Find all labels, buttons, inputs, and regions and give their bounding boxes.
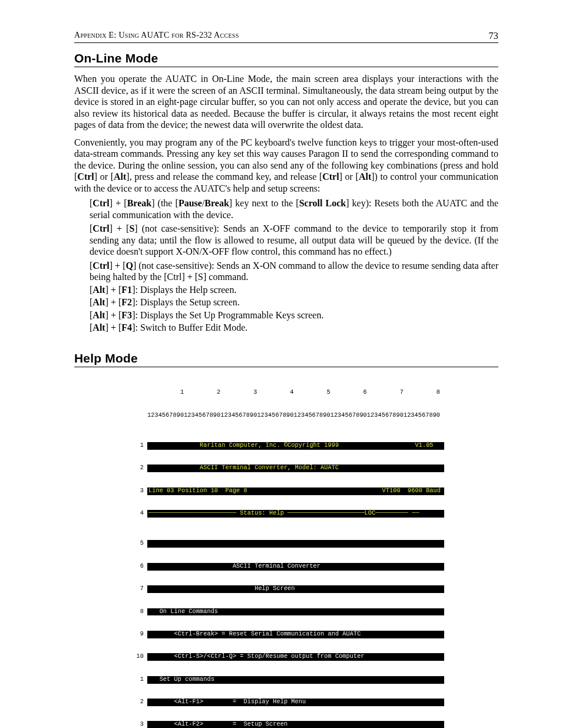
page-header: Appendix E: Using AUATC for RS-232 Acces…: [74, 31, 498, 42]
figure-65: 1 2 3 4 5 6 7 8 123456789012345678901234…: [128, 374, 444, 728]
heading-online-mode: On-Line Mode: [74, 51, 498, 67]
terminal-help-screen: 1 2 3 4 5 6 7 8 123456789012345678901234…: [128, 374, 444, 728]
para-online-1: When you operate the AUATC in On-Line Mo…: [74, 73, 498, 131]
key-combo-alt-f1: [Alt] + [F1]: Displays the Help screen.: [90, 284, 498, 296]
key-combo-alt-f2: [Alt] + [F2]: Displays the Setup screen.: [90, 297, 498, 308]
document-page: Appendix E: Using AUATC for RS-232 Acces…: [0, 0, 562, 728]
header-page-number: 73: [488, 31, 498, 41]
header-rule: [74, 42, 498, 43]
key-combo-alt-f4: [Alt] + [F4]: Switch to Buffer Edit Mode…: [90, 322, 498, 334]
key-combo-alt-f3: [Alt] + [F3]: Displays the Set Up Progra…: [90, 309, 498, 321]
key-combo-ctrl-break: [Ctrl] + [Break] (the [Pause/Break] key …: [90, 197, 498, 220]
header-label: Appendix E: Using AUATC for RS-232 Acces…: [74, 31, 239, 41]
para-online-2: Conveniently, you may program any of the…: [74, 137, 498, 195]
key-combo-ctrl-s: [Ctrl] + [S] (not case-sensitive): Sends…: [90, 223, 498, 258]
key-combo-ctrl-q: [Ctrl] + [Q] (not case-sensitive): Sends…: [90, 260, 498, 283]
heading-help-mode: Help Mode: [74, 351, 498, 367]
key-combo-list: [Ctrl] + [Break] (the [Pause/Break] key …: [74, 197, 498, 334]
